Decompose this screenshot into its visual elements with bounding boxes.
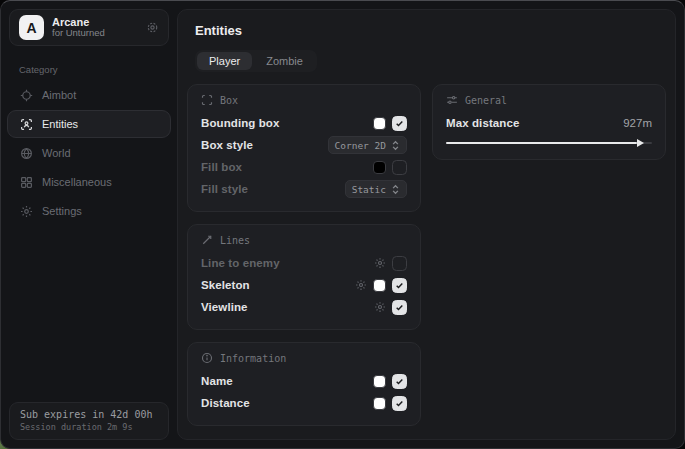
sidebar-nav: Aimbot Entities <box>1 81 177 225</box>
section-title: General <box>465 95 507 106</box>
box-card: Box Bounding box B <box>187 84 421 212</box>
sidebar-item-label: Aimbot <box>42 89 76 101</box>
line-to-enemy-checkbox[interactable] <box>392 256 407 271</box>
diagonal-line-icon <box>201 234 213 246</box>
sidebar-item-label: World <box>42 147 71 159</box>
sidebar-item-miscellaneous[interactable]: Miscellaneous <box>7 168 171 196</box>
setting-row-line-to-enemy: Line to enemy <box>201 252 407 274</box>
setting-row-name: Name <box>201 370 407 392</box>
fill-box-checkbox[interactable] <box>392 160 407 175</box>
color-swatch[interactable] <box>373 375 386 388</box>
max-distance-value: 927m <box>623 117 652 129</box>
info-icon <box>201 352 213 364</box>
page-title: Entities <box>195 23 666 38</box>
general-card: General Max distance 927m <box>432 84 666 160</box>
tab-zombie[interactable]: Zombie <box>254 52 315 70</box>
color-swatch[interactable] <box>373 279 386 292</box>
brand-subtitle: for Unturned <box>52 28 138 39</box>
category-label: Category <box>1 54 177 81</box>
sidebar-item-entities[interactable]: Entities <box>7 110 171 138</box>
bounding-box-checkbox[interactable] <box>392 116 407 131</box>
brand-card: A Arcane for Unturned <box>9 9 169 46</box>
sliders-icon <box>446 94 458 106</box>
section-title: Lines <box>220 235 250 246</box>
arcane-menu-window: A Arcane for Unturned Category <box>0 0 685 449</box>
entity-tabs: Player Zombie <box>195 50 317 72</box>
name-checkbox[interactable] <box>392 374 407 389</box>
setting-row-bounding-box: Bounding box <box>201 112 407 134</box>
setting-row-max-distance: Max distance 927m <box>446 112 652 134</box>
session-duration-text: Session duration 2m 9s <box>20 422 158 432</box>
grid-icon <box>20 176 33 189</box>
box-style-dropdown[interactable]: Corner 2D <box>328 136 407 154</box>
account-settings-icon[interactable] <box>146 21 159 34</box>
sidebar-item-label: Miscellaneous <box>42 176 112 188</box>
entity-scan-icon <box>20 118 33 131</box>
sidebar-item-label: Settings <box>42 205 82 217</box>
section-title: Box <box>220 95 238 106</box>
setting-row-viewline: Viewline <box>201 296 407 318</box>
setting-row-distance: Distance <box>201 392 407 414</box>
sub-expiry-text: Sub expires in 42d 00h <box>20 409 158 420</box>
brand-logo: A <box>19 15 44 40</box>
fill-style-dropdown[interactable]: Static <box>345 180 407 198</box>
screen: A Arcane for Unturned Category <box>0 0 685 449</box>
setting-row-fill-style: Fill style Static <box>201 178 407 200</box>
crosshair-icon <box>20 89 33 102</box>
sidebar-item-world[interactable]: World <box>7 139 171 167</box>
color-swatch[interactable] <box>373 397 386 410</box>
viewline-settings-gear-icon[interactable] <box>374 301 386 313</box>
section-title: Information <box>220 353 286 364</box>
color-swatch[interactable] <box>373 161 386 174</box>
skeleton-checkbox[interactable] <box>392 278 407 293</box>
viewline-checkbox[interactable] <box>392 300 407 315</box>
setting-row-skeleton: Skeleton <box>201 274 407 296</box>
tab-player[interactable]: Player <box>197 52 252 70</box>
distance-checkbox[interactable] <box>392 396 407 411</box>
main-panel: Entities Player Zombie <box>177 9 676 440</box>
sidebar-item-settings[interactable]: Settings <box>7 197 171 225</box>
lines-card: Lines Line to enemy <box>187 224 421 330</box>
color-swatch[interactable] <box>373 117 386 130</box>
skeleton-settings-gear-icon[interactable] <box>355 279 367 291</box>
chevrons-up-down-icon <box>391 184 400 195</box>
max-distance-slider[interactable] <box>446 138 652 148</box>
setting-row-box-style: Box style Corner 2D <box>201 134 407 156</box>
chevrons-up-down-icon <box>391 140 400 151</box>
information-card: Information Name D <box>187 342 421 426</box>
slider-thumb[interactable] <box>637 139 644 147</box>
subscription-card: Sub expires in 42d 00h Session duration … <box>9 402 169 440</box>
gear-icon <box>20 205 33 218</box>
sidebar: A Arcane for Unturned Category <box>1 1 177 448</box>
sidebar-item-aimbot[interactable]: Aimbot <box>7 81 171 109</box>
sidebar-item-label: Entities <box>42 118 78 130</box>
setting-row-fill-box: Fill box <box>201 156 407 178</box>
globe-icon <box>20 147 33 160</box>
line-settings-gear-icon[interactable] <box>374 257 386 269</box>
box-corners-icon <box>201 94 213 106</box>
